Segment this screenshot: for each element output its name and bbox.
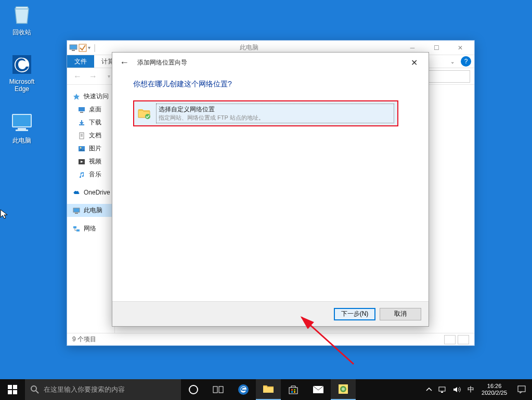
wizard-header[interactable]: ← 添加网络位置向导 ✕ (112, 53, 429, 72)
nav-forward-button[interactable]: → (87, 70, 99, 83)
explorer-title: 此电脑 (98, 43, 400, 52)
sidebar-item-documents[interactable]: 文档 (67, 129, 114, 142)
tab-file[interactable]: 文件 (67, 55, 94, 68)
sidebar-item-label: 桌面 (89, 105, 101, 114)
sidebar-item-label: 网络 (84, 224, 96, 233)
start-button[interactable] (0, 379, 25, 400)
this-pc-icon (9, 110, 34, 135)
notification-icon (517, 385, 526, 394)
svg-rect-44 (518, 386, 525, 392)
onedrive-icon (72, 188, 81, 197)
clock-date: 2020/2/25 (482, 390, 507, 396)
mail-icon (313, 385, 324, 394)
svg-rect-20 (76, 229, 80, 231)
view-details-button[interactable] (444, 335, 456, 344)
edge-icon (9, 52, 34, 77)
cortana-icon (188, 384, 199, 395)
action-center-button[interactable] (511, 379, 532, 400)
sidebar-item-videos[interactable]: 视频 (67, 155, 114, 168)
svg-point-29 (189, 385, 198, 394)
system-tray: 中 16:26 2020/2/25 (423, 379, 532, 400)
sidebar-item-label: 音乐 (89, 170, 101, 179)
tray-network-button[interactable] (435, 379, 450, 400)
star-icon (72, 93, 81, 101)
taskbar-mail[interactable] (306, 379, 331, 400)
sidebar-item-downloads[interactable]: 下载 (67, 116, 114, 129)
cortana-button[interactable] (181, 379, 206, 400)
desktop-icon-recycle-bin[interactable]: 回收站 (2, 2, 42, 37)
task-view-button[interactable] (206, 379, 231, 400)
svg-rect-35 (294, 389, 295, 391)
tray-overflow-button[interactable] (423, 379, 435, 400)
wizard-title: 添加网络位置向导 (137, 58, 187, 67)
svg-rect-25 (8, 390, 12, 394)
sidebar-item-this-pc[interactable]: 此电脑 (67, 204, 114, 217)
svg-rect-5 (72, 50, 75, 51)
search-placeholder: 在这里输入你要搜索的内容 (44, 385, 125, 394)
cancel-button[interactable]: 取消 (380, 308, 421, 320)
svg-rect-8 (80, 112, 83, 113)
wizard-footer: 下一步(N) 取消 (112, 301, 429, 326)
view-large-button[interactable] (458, 335, 469, 344)
tray-volume-button[interactable] (450, 379, 464, 400)
svg-point-15 (80, 147, 82, 148)
tray-ime-button[interactable]: 中 (464, 379, 477, 400)
sidebar-item-quick-access[interactable]: 快速访问 (67, 90, 114, 103)
svg-rect-34 (291, 389, 293, 391)
svg-rect-2 (18, 128, 26, 130)
sidebar-item-pictures[interactable]: 图片 (67, 142, 114, 155)
svg-rect-24 (13, 385, 17, 389)
nav-back-button[interactable]: ← (71, 70, 84, 83)
taskbar-store[interactable] (281, 379, 306, 400)
clock-time: 16:26 (482, 383, 507, 390)
sidebar-item-label: 文档 (89, 131, 101, 140)
desktop-icon-edge[interactable]: Microsoft Edge (2, 52, 42, 93)
sidebar-item-label: 此电脑 (84, 206, 102, 215)
svg-rect-42 (439, 387, 445, 391)
sidebar-item-music[interactable]: 音乐 (67, 168, 114, 181)
sidebar-item-label: 下载 (89, 118, 101, 127)
sidebar-item-onedrive[interactable]: OneDrive (67, 186, 114, 199)
svg-rect-37 (294, 391, 295, 393)
ribbon-expand-icon[interactable]: ⌄ (450, 59, 455, 64)
option-custom-network-location[interactable]: 选择自定义网络位置 指定网站、网络位置或 FTP 站点的地址。 (133, 100, 398, 126)
svg-rect-10 (80, 133, 84, 139)
desktop-icon-this-pc[interactable]: 此电脑 (2, 110, 42, 145)
qat-divider: ▾ (88, 45, 90, 50)
volume-icon (453, 386, 461, 393)
folder-network-icon (137, 106, 152, 121)
option-description: 指定网站、网络位置或 FTP 站点的地址。 (159, 114, 392, 122)
next-button[interactable]: 下一步(N) (334, 308, 375, 320)
desktop-icon-label: 回收站 (2, 28, 42, 37)
taskbar-edge[interactable] (231, 379, 256, 400)
sidebar-item-label: 视频 (89, 157, 101, 166)
close-button[interactable]: ✕ (448, 41, 472, 55)
taskbar-clock[interactable]: 16:26 2020/2/25 (477, 383, 511, 396)
svg-rect-43 (441, 392, 443, 393)
status-item-count: 9 个项目 (72, 335, 96, 344)
sidebar-item-label: 图片 (89, 144, 101, 153)
sidebar-item-desktop[interactable]: 桌面 (67, 103, 114, 116)
desktop-icon-label: 此电脑 (2, 136, 42, 145)
explorer-statusbar: 9 个项目 (67, 333, 474, 345)
wizard-close-button[interactable]: ✕ (404, 55, 424, 70)
recycle-bin-icon (9, 2, 34, 27)
download-icon (77, 119, 86, 127)
help-button[interactable]: ? (461, 56, 471, 67)
desktop-icon-label: Microsoft Edge (2, 78, 42, 93)
wizard-heading: 你想在哪儿创建这个网络位置? (133, 80, 408, 89)
wizard-back-button[interactable]: ← (116, 55, 132, 70)
network-icon (72, 225, 81, 233)
taskbar-explorer[interactable] (256, 379, 281, 400)
this-pc-small-icon (69, 44, 77, 52)
svg-rect-19 (73, 226, 76, 228)
this-pc-icon (72, 207, 81, 215)
sidebar-item-network[interactable]: 网络 (67, 222, 114, 235)
svg-rect-4 (70, 45, 77, 49)
svg-rect-36 (291, 391, 293, 393)
checkbox-icon (79, 44, 87, 52)
svg-rect-18 (75, 213, 78, 214)
taskbar-app[interactable] (331, 379, 356, 400)
qat-separator: | (94, 43, 96, 53)
taskbar-search-input[interactable]: 在这里输入你要搜索的内容 (25, 379, 181, 400)
